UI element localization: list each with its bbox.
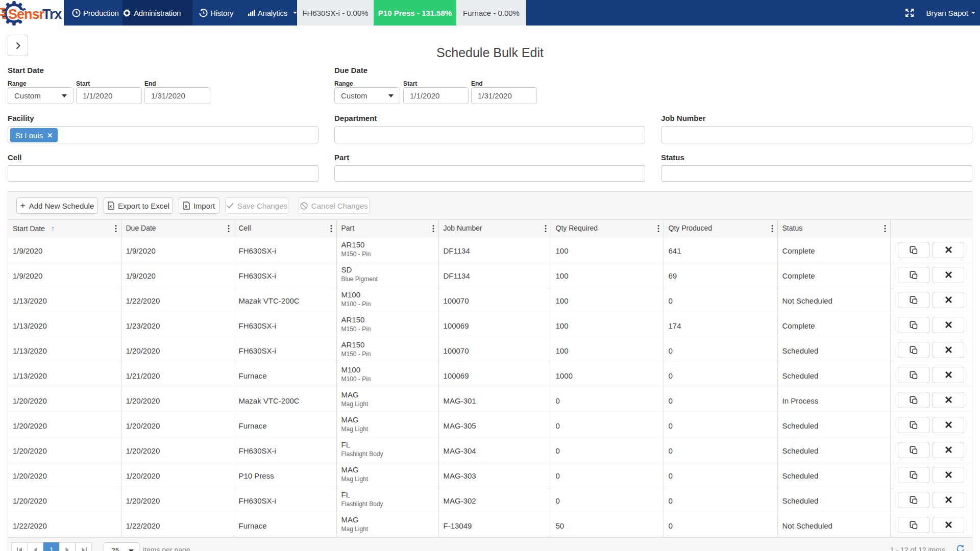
svg-text:x: x (185, 204, 187, 209)
svg-text:Sensr: Sensr (8, 7, 45, 22)
svg-text:x: x (109, 204, 112, 209)
svg-text:Trx: Trx (42, 7, 62, 22)
